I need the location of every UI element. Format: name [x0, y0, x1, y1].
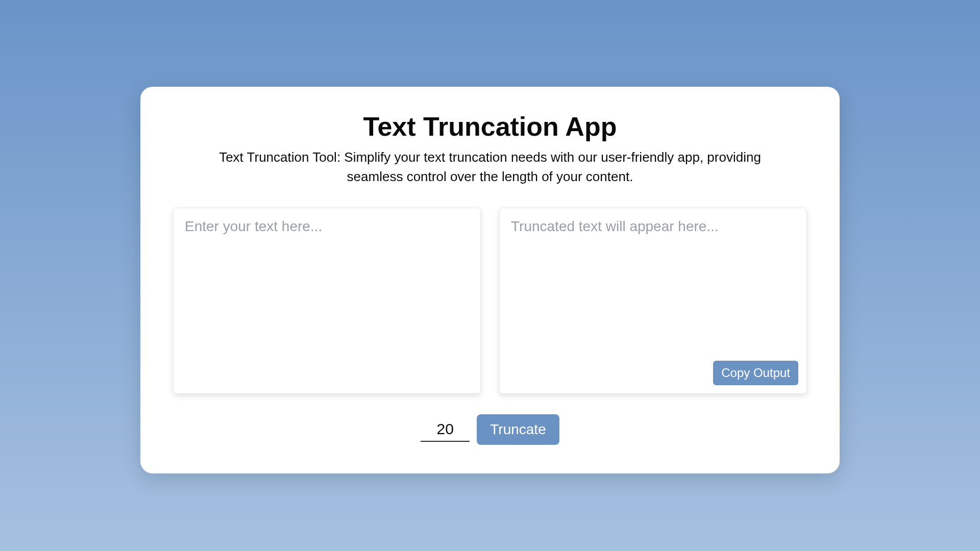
app-title: Text Truncation App [173, 111, 807, 142]
app-description: Text Truncation Tool: Simplify your text… [173, 148, 807, 186]
controls-row: Truncate [173, 414, 807, 445]
input-panel [173, 208, 481, 394]
input-textarea[interactable] [185, 218, 469, 383]
output-panel: Truncated text will appear here... Copy … [499, 208, 807, 394]
panels-row: Truncated text will appear here... Copy … [173, 208, 807, 394]
truncate-button[interactable]: Truncate [477, 414, 559, 445]
copy-output-button[interactable]: Copy Output [713, 361, 798, 385]
output-placeholder: Truncated text will appear here... [511, 218, 795, 235]
length-input[interactable] [421, 417, 470, 442]
app-card: Text Truncation App Text Truncation Tool… [140, 87, 840, 473]
